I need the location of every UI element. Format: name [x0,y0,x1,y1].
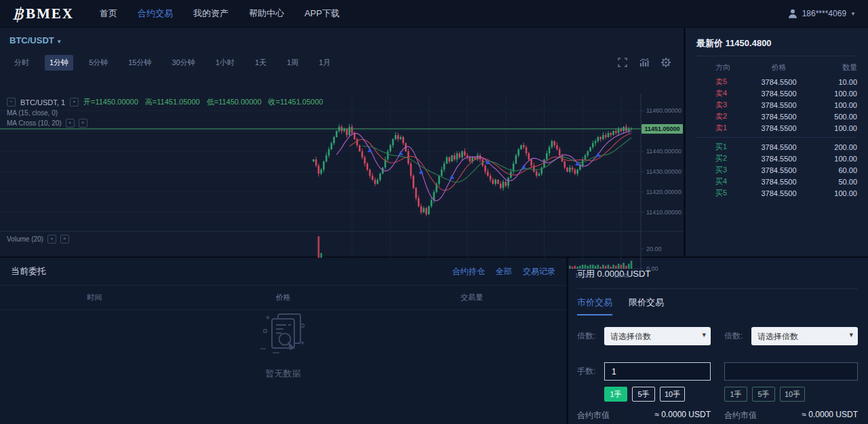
indicator-icon[interactable] [639,57,650,68]
orderbook-row[interactable]: 卖43784.5500100.00 [696,88,857,99]
nav-item[interactable]: 合约交易 [138,7,173,20]
timeframe-button[interactable]: 30分钟 [167,55,200,71]
orderbook-qty: 100.00 [812,155,857,163]
timeframe-button[interactable]: 1分钟 [45,55,73,71]
trade-columns: 倍数: 请选择倍数 手数: 1手5手10手 合约市值 ≈ 0.0000 USDT [577,327,858,421]
orderbook-qty: 100.00 [812,90,857,98]
timeframe-button[interactable]: 15分钟 [123,55,156,71]
lot-quick-button[interactable]: 5手 [632,387,655,402]
candlestick-chart[interactable]: 11451.0500011460.0000011440.0000011430.0… [0,94,682,256]
symbol-caret-icon: ▼ [56,39,62,45]
trade-tab[interactable]: 市价交易 [577,296,612,315]
orderbook-price: 3784.5500 [745,113,812,121]
orderbook-price: 3784.5500 [745,78,812,86]
orderbook-price: 3784.5500 [745,101,812,109]
orderbook-row[interactable]: 卖33784.5500100.00 [696,99,857,111]
orders-link[interactable]: 合约持仓 [452,266,485,277]
orderbook-qty: 100.00 [812,101,857,109]
timeframe-button[interactable]: 1月 [314,55,335,71]
lots-input[interactable] [724,362,858,381]
orderbook-row[interactable]: 买33784.550060.00 [696,164,857,176]
timeframe-button[interactable]: 1周 [282,55,303,71]
ask-side-label: 卖2 [696,111,745,121]
svg-text:11460.00000: 11460.00000 [646,107,682,114]
orders-link[interactable]: 交易记录 [523,266,555,277]
trade-tab[interactable]: 限价交易 [629,296,664,315]
ohlc-value: 低=11450.00000 [207,97,262,107]
leverage-select[interactable]: 请选择倍数 [604,327,711,345]
svg-text:19:45: 19:45 [614,272,629,279]
lot-quick-button[interactable]: 10手 [660,387,685,402]
bid-side-label: 买5 [696,188,745,198]
volume-close-icon[interactable]: × [60,235,69,244]
orderbook-price: 3784.5500 [745,155,812,163]
settings-gear-icon[interactable] [660,57,671,68]
ask-side-label: 卖1 [696,123,745,133]
svg-text:11410.00000: 11410.00000 [646,209,682,216]
nav-item[interactable]: 首页 [100,7,117,20]
legend-symbol: BTC/USDT, 1 [20,98,65,107]
collapse-legend-icon[interactable]: − [7,98,16,107]
legend-settings-icon[interactable]: • [70,98,79,107]
symbol-selector[interactable]: BTC/USDT ▼ [9,35,62,45]
volume-settings-icon[interactable]: • [47,235,56,244]
orderbook-qty: 100.00 [812,124,857,132]
nav-item[interactable]: APP下载 [304,7,340,20]
nav-item[interactable]: 帮助中心 [249,7,284,20]
orderbook-header-cell: 方向 [696,62,745,73]
orderbook-qty: 60.00 [812,166,857,174]
orderbook-price: 3784.5500 [745,124,812,132]
lot-quick-button[interactable]: 1手 [604,387,627,402]
bid-side-label: 买1 [696,142,745,152]
orders-column-header: 价格 [189,292,377,303]
contract-value-amount: ≈ 0.0000 USDT [802,410,858,421]
svg-text:11440.00000: 11440.00000 [646,148,682,155]
orderbook-header: 方向价格数量 [696,56,857,76]
orderbook-row[interactable]: 卖23784.5500500.00 [696,111,857,122]
leverage-label: 倍数: [724,330,751,342]
orderbook-row[interactable]: 买13784.5500200.00 [696,141,857,153]
orderbook-row[interactable]: 买43784.550050.00 [696,176,857,187]
orderbook-qty: 10.00 [812,78,857,86]
contract-value-row: 合约市值 ≈ 0.0000 USDT [724,410,858,421]
brand-logo[interactable]: ฿ BMEX [12,5,74,22]
ma-cross-legend: MA Cross (10, 20) [7,119,62,127]
user-icon [787,8,798,19]
leverage-select-wrap: 请选择倍数 [604,327,711,345]
volume-legend-label: Volume (20) [7,235,43,243]
timeframe-button[interactable]: 1小时 [211,55,239,71]
lot-quick-button[interactable]: 5手 [752,387,775,402]
timeframe-button[interactable]: 1天 [250,55,271,71]
orderbook-header-cell: 价格 [745,62,812,73]
ask-side-label: 卖3 [696,100,745,110]
orderbook-qty: 500.00 [812,113,857,121]
lots-input[interactable] [604,362,711,381]
ma-cross-settings-icon[interactable]: • [66,119,75,128]
timeframe-button[interactable]: 5分钟 [84,55,113,71]
ohlc-value: 高=11451.05000 [145,97,200,107]
orderbook-qty: 200.00 [812,143,857,151]
chart-toolbar [617,57,671,68]
orderbook-row[interactable]: 买23784.5500100.00 [696,153,857,164]
timeframe-button[interactable]: 分时 [9,55,34,71]
ma-legend: MA (15, close, 0) [7,109,58,117]
user-menu[interactable]: 186****4069 ▼ [787,8,856,19]
ma-cross-close-icon[interactable]: × [79,119,87,128]
orderbook-price: 3784.5500 [745,90,812,98]
ask-side-label: 卖4 [696,88,745,98]
orders-link[interactable]: 全部 [496,266,512,277]
bmex-logo-icon: ฿ [12,5,23,22]
fullscreen-icon[interactable] [617,57,628,68]
nav-item[interactable]: 我的资产 [193,7,229,20]
orderbook-row[interactable]: 卖53784.550010.00 [696,76,857,88]
user-phone: 186****4069 [802,9,846,18]
orderbook-price: 3784.5500 [745,189,812,197]
svg-text:0.00: 0.00 [646,265,658,272]
svg-text:11451.05000: 11451.05000 [644,126,679,132]
lot-quick-button[interactable]: 1手 [724,387,747,402]
orderbook-row[interactable]: 买53784.5500100.00 [696,187,857,199]
leverage-select[interactable]: 请选择倍数 [751,327,858,345]
orderbook-row[interactable]: 卖13784.5500100.00 [696,122,857,134]
lot-quick-button[interactable]: 10手 [780,387,805,402]
contract-value-row: 合约市值 ≈ 0.0000 USDT [577,410,711,421]
